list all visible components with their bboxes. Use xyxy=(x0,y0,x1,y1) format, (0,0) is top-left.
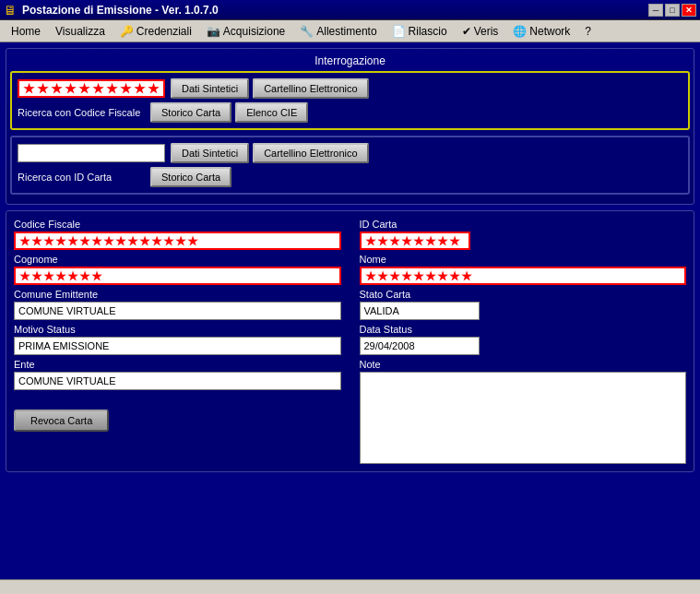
id-carta-search-input[interactable] xyxy=(18,144,165,162)
id-carta-label: ID Carta xyxy=(360,219,687,230)
close-button[interactable]: ✕ xyxy=(682,4,696,17)
comune-emittente-field: Comune Emittente xyxy=(14,289,341,320)
revoca-carta-button[interactable]: Revoca Carta xyxy=(14,410,109,432)
data-status-field: Data Status xyxy=(360,324,687,355)
elenco-cie-btn[interactable]: Elenco CIE xyxy=(235,102,308,123)
menu-home[interactable]: Home xyxy=(4,23,48,40)
section2-btn-group-bottom: Storico Carta xyxy=(150,167,231,187)
menu-rilascio[interactable]: 📄 Rilascio xyxy=(385,23,455,40)
storico-carta-btn-1[interactable]: Storico Carta xyxy=(150,102,231,123)
rilascio-label: Rilascio xyxy=(409,25,447,38)
nome-label: Nome xyxy=(360,254,687,265)
rilascio-icon: 📄 xyxy=(392,25,406,38)
codice-fiscale-field: Codice Fiscale xyxy=(14,219,341,250)
comune-emittente-label: Comune Emittente xyxy=(14,289,341,300)
app-icon: 🖥 xyxy=(4,3,18,18)
menu-bar: Home Visualizza 🔑 Credenziali 📷 Acquisiz… xyxy=(0,20,700,42)
credenziali-label: Credenziali xyxy=(136,25,192,38)
ricerca-codice-fiscale-label: Ricerca con Codice Fiscale xyxy=(18,107,147,118)
network-icon: 🌐 xyxy=(513,25,527,38)
section2-btn-group-top: Dati Sintetici Cartellino Elettronico xyxy=(171,143,369,163)
search-id-carta-section: Dati Sintetici Cartellino Elettronico Ri… xyxy=(10,136,690,195)
cartellino-elettronico-btn-1[interactable]: Cartellino Elettronico xyxy=(253,78,369,99)
title-bar: 🖥 Postazione di Emissione - Ver. 1.0.7.0… xyxy=(0,0,700,20)
credenziali-icon: 🔑 xyxy=(120,25,134,38)
cognome-label: Cognome xyxy=(14,254,341,265)
ente-label: Ente xyxy=(14,359,341,370)
note-field: Note xyxy=(360,359,687,464)
note-value[interactable] xyxy=(360,372,687,464)
stato-carta-label: Stato Carta xyxy=(360,289,687,300)
id-carta-value[interactable] xyxy=(360,232,470,250)
codice-fiscale-value[interactable] xyxy=(14,232,341,250)
nome-field: Nome xyxy=(360,254,687,285)
network-label: Network xyxy=(529,25,570,38)
menu-visualizza[interactable]: Visualizza xyxy=(48,23,113,40)
interrogazione-panel: Interrogazione Dati Sintetici Cartellino… xyxy=(6,48,694,205)
nome-value[interactable] xyxy=(360,267,687,285)
veris-icon: ✔ xyxy=(462,25,471,38)
dati-sintetici-btn-1[interactable]: Dati Sintetici xyxy=(171,78,249,99)
ricerca-id-carta-label: Ricerca con ID Carta xyxy=(18,172,147,183)
acquisizione-icon: 📷 xyxy=(207,25,220,38)
storico-carta-btn-2[interactable]: Storico Carta xyxy=(150,167,231,187)
section1-btn-group-bottom: Storico Carta Elenco CIE xyxy=(150,102,308,123)
data-status-value[interactable] xyxy=(360,337,480,355)
data-grid: Codice Fiscale ID Carta Cognome Nome xyxy=(14,219,686,464)
section1-btn-group-top: Dati Sintetici Cartellino Elettronico xyxy=(171,78,369,99)
ente-field: Ente Revoca Carta xyxy=(14,359,341,432)
allestimento-icon: 🔧 xyxy=(300,25,314,38)
data-status-label: Data Status xyxy=(360,324,687,335)
allestimento-label: Allestimento xyxy=(316,25,376,38)
menu-help[interactable]: ? xyxy=(577,23,599,40)
menu-credenziali[interactable]: 🔑 Credenziali xyxy=(113,23,199,40)
panel-title: Interrogazione xyxy=(10,53,690,71)
codice-fiscale-search-input[interactable] xyxy=(18,79,165,98)
menu-network[interactable]: 🌐 Network xyxy=(505,23,577,40)
visualizza-label: Visualizza xyxy=(55,25,105,38)
menu-allestimento[interactable]: 🔧 Allestimento xyxy=(292,23,384,40)
window-controls: ─ □ ✕ xyxy=(648,4,696,17)
search-row-1: Dati Sintetici Cartellino Elettronico xyxy=(18,78,682,99)
data-panel: Codice Fiscale ID Carta Cognome Nome xyxy=(6,210,694,472)
menu-veris[interactable]: ✔ Veris xyxy=(455,23,506,40)
veris-label: Veris xyxy=(474,25,499,38)
comune-emittente-value[interactable] xyxy=(14,302,341,320)
search-id-row-2: Ricerca con ID Carta Storico Carta xyxy=(18,167,682,187)
ente-value[interactable] xyxy=(14,372,341,390)
app-title: Postazione di Emissione - Ver. 1.0.7.0 xyxy=(22,4,648,17)
minimize-button[interactable]: ─ xyxy=(648,4,663,17)
menu-acquisizione[interactable]: 📷 Acquisizione xyxy=(199,23,292,40)
search-row-2: Ricerca con Codice Fiscale Storico Carta… xyxy=(18,102,682,123)
help-label: ? xyxy=(585,25,591,38)
dati-sintetici-btn-2[interactable]: Dati Sintetici xyxy=(171,143,249,163)
maximize-button[interactable]: □ xyxy=(665,4,680,17)
stato-carta-field: Stato Carta xyxy=(360,289,687,320)
cognome-value[interactable] xyxy=(14,267,341,285)
stato-carta-value[interactable] xyxy=(360,302,480,320)
motivo-status-label: Motivo Status xyxy=(14,324,341,335)
main-content: Interrogazione Dati Sintetici Cartellino… xyxy=(0,42,700,594)
cartellino-elettronico-btn-2[interactable]: Cartellino Elettronico xyxy=(253,143,369,163)
note-label: Note xyxy=(360,359,687,370)
cognome-field: Cognome xyxy=(14,254,341,285)
home-label: Home xyxy=(11,25,41,38)
acquisizione-label: Acquisizione xyxy=(223,25,285,38)
search-id-row-1: Dati Sintetici Cartellino Elettronico xyxy=(18,143,682,163)
search-codice-fiscale-section: Dati Sintetici Cartellino Elettronico Ri… xyxy=(10,71,690,130)
motivo-status-field: Motivo Status xyxy=(14,324,341,355)
id-carta-field: ID Carta xyxy=(360,219,687,250)
motivo-status-value[interactable] xyxy=(14,337,341,355)
status-bar xyxy=(0,579,700,594)
codice-fiscale-label: Codice Fiscale xyxy=(14,219,341,230)
